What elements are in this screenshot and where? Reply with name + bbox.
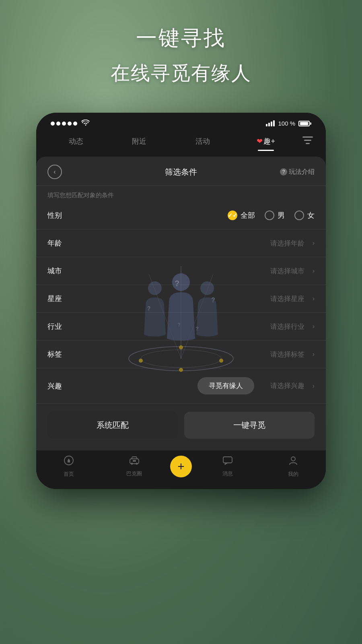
tab-fujin-label: 附近 [132,137,146,145]
help-text: 玩法介绍 [289,168,315,176]
age-content: 请选择年龄 › [76,239,315,248]
filter-row-gender: 性别 ✓ 全部 男 [36,202,326,229]
bar-1 [266,124,267,126]
system-match-button[interactable]: 系统匹配 [47,412,178,439]
tag-content: 请选择标签 › [76,350,315,359]
filter-row-tag[interactable]: 标签 请选择标签 › [36,341,326,368]
radio-all[interactable]: ✓ [228,211,237,220]
svg-point-25 [291,457,295,461]
battery-fill [300,122,308,125]
gender-male[interactable]: 男 [265,211,285,220]
gender-label: 性别 [47,211,76,220]
help-link[interactable]: ? 玩法介绍 [280,168,315,176]
battery-percent: 100 % [278,120,295,127]
filter-row-city[interactable]: 城市 请选择城市 › [36,257,326,285]
plus-icon: + [177,460,185,473]
dot-2 [56,122,60,126]
city-label: 城市 [47,266,76,276]
bar-2 [268,123,270,126]
gender-options-group: ✓ 全部 男 女 [228,211,315,220]
bottom-nav: 首页 巴克圈 + [36,450,326,489]
city-chevron: › [313,267,315,275]
gender-all[interactable]: ✓ 全部 [228,211,255,220]
help-circle-icon: ? [280,168,287,175]
one-key-search-button[interactable]: 一键寻觅 [184,412,315,439]
radio-male[interactable] [265,211,274,220]
interest-btn-text: 寻觅有缘人 [209,382,243,390]
bottom-buttons: 系统匹配 一键寻觅 [36,404,326,450]
gender-female-text: 女 [307,211,315,220]
nav-home-label: 首页 [64,471,74,478]
home-icon [64,455,74,468]
status-bar: 100 % [36,113,326,131]
gender-male-text: 男 [278,211,285,220]
svg-point-22 [136,463,138,465]
tab-qu[interactable]: ❤趣+ [234,133,298,149]
filter-row-industry[interactable]: 行业 请选择行业 › [36,313,326,341]
modal-title: 筛选条件 [165,167,197,178]
phone-frame: 100 % 动态 附近 活动 ❤趣+ [36,113,326,489]
one-key-search-label: 一键寻觅 [233,421,265,429]
hero-text-container: 一键寻找 在线寻觅有缘人 [0,24,362,86]
interest-content: 寻觅有缘人 请选择兴趣 › [76,377,315,394]
nav-mine[interactable]: 我的 [261,455,326,478]
signal-dots [51,122,77,126]
modal-header: ‹ 筛选条件 ? 玩法介绍 [36,157,326,186]
interest-chevron: › [313,382,315,390]
tab-huodong-label: 活动 [195,137,210,145]
nav-message[interactable]: 消息 [195,456,261,477]
check-icon: ✓ [228,212,232,219]
status-right: 100 % [266,120,311,127]
tag-placeholder: 请选择标签 [270,350,304,359]
tab-dongtai-label: 动态 [69,137,83,145]
tab-dongtai[interactable]: 动态 [44,133,108,149]
gender-options: ✓ 全部 男 女 [76,211,315,220]
battery-container [298,121,311,126]
gender-all-text: 全部 [241,211,255,220]
add-button[interactable]: + [170,456,192,477]
modal-panel: ‹ 筛选条件 ? 玩法介绍 填写您想匹配对象的条件 [36,157,326,489]
back-button[interactable]: ‹ [47,165,62,179]
industry-label: 行业 [47,322,76,331]
nav-bakecircle-label: 巴克圈 [126,470,142,477]
bar-4 [273,120,275,126]
constellation-placeholder: 请选择星座 [270,294,304,303]
help-icon: ? [282,169,285,175]
back-chevron: ‹ [53,168,56,175]
wifi-icon [81,119,90,128]
svg-rect-19 [68,460,70,462]
nav-add[interactable]: + [167,456,195,477]
signal-bars [266,120,275,126]
tab-qu-label: 趣+ [263,137,275,145]
nav-bakecircle[interactable]: 巴克圈 [102,456,167,477]
industry-content: 请选择行业 › [76,322,315,331]
svg-rect-24 [223,457,232,463]
filter-row-age[interactable]: 年龄 请选择年龄 › [36,229,326,257]
constellation-chevron: › [313,295,315,302]
age-placeholder: 请选择年龄 [270,239,304,248]
svg-rect-1 [304,140,311,141]
tab-huodong[interactable]: 活动 [171,133,234,149]
svg-rect-2 [306,143,310,144]
battery-icon [298,121,310,126]
filter-rows-container: ? ? ? ? ? 性别 ✓ 全部 [36,202,326,404]
svg-rect-23 [133,460,136,462]
dot-5 [73,122,77,126]
city-content: 请选择城市 › [76,266,315,276]
filter-icon[interactable] [298,132,318,150]
tag-chevron: › [313,351,315,358]
radio-female[interactable] [294,211,304,220]
age-chevron: › [313,239,315,247]
constellation-content: 请选择星座 › [76,294,315,303]
tab-fujin[interactable]: 附近 [108,133,171,149]
dot-3 [62,122,66,126]
nav-home[interactable]: 首页 [36,455,102,478]
filter-row-constellation[interactable]: 星座 请选择星座 › [36,285,326,313]
interest-btn[interactable]: 寻觅有缘人 [197,377,254,394]
nav-mine-label: 我的 [288,471,298,478]
heart-icon: ❤ [257,137,263,145]
age-label: 年龄 [47,238,76,248]
status-left [51,119,90,128]
message-icon [222,456,233,468]
gender-female[interactable]: 女 [294,211,315,220]
